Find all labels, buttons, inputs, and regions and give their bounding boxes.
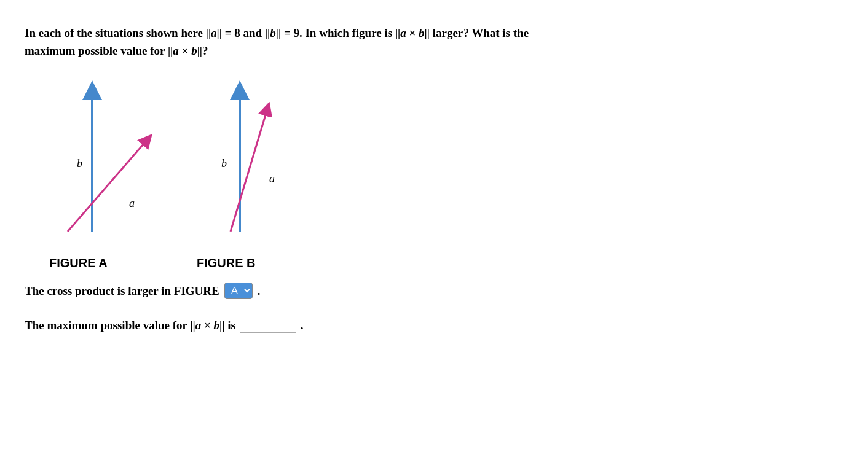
svg-line-5: [231, 109, 267, 232]
figure-a-wrapper: b a FIGURE A: [49, 78, 160, 270]
max-value-label: The maximum possible value for ||a × b||…: [25, 319, 235, 332]
figures-container: b a FIGURE A b: [49, 78, 843, 270]
figure-b-label: FIGURE B: [197, 256, 256, 270]
svg-text:a: a: [269, 173, 275, 185]
row1-period: .: [258, 284, 261, 298]
svg-text:a: a: [129, 197, 135, 209]
row2-period: .: [301, 319, 304, 332]
figure-b-svg: b a: [197, 78, 307, 250]
question-text: In each of the situations shown here ||a…: [25, 25, 824, 60]
figure-a-label: FIGURE A: [49, 256, 108, 270]
answer-row-2: The maximum possible value for ||a × b||…: [25, 318, 843, 333]
cross-product-label: The cross product is larger in FIGURE: [25, 284, 219, 298]
figure-b-wrapper: b a FIGURE B: [197, 78, 307, 270]
answer-row-1: The cross product is larger in FIGURE A …: [25, 282, 843, 299]
svg-text:b: b: [77, 157, 82, 170]
figure-a-svg: b a: [49, 78, 160, 250]
svg-text:b: b: [221, 157, 227, 170]
answer-section: The cross product is larger in FIGURE A …: [25, 282, 843, 333]
svg-line-1: [68, 139, 148, 232]
figure-dropdown[interactable]: A B: [224, 282, 253, 299]
max-value-input[interactable]: [240, 318, 296, 333]
